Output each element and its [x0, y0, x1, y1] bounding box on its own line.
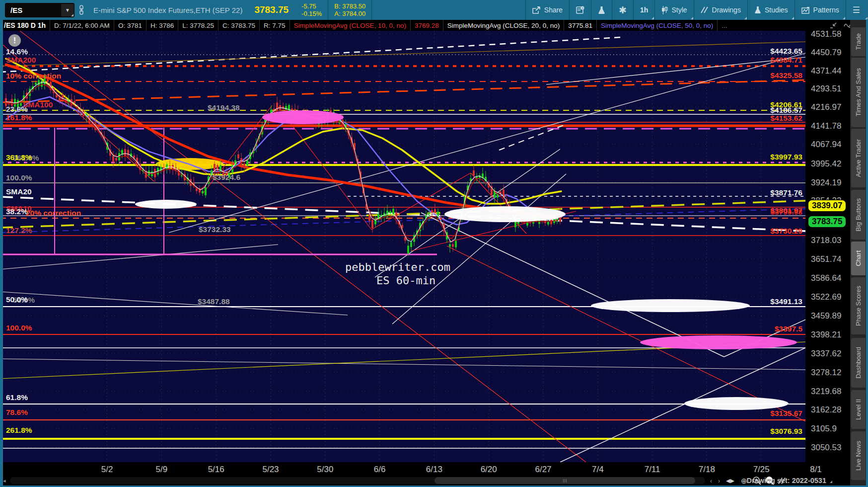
- studies-legend: SimpleMovingAvg (CLOSE, 10, 0, no)3769.2…: [290, 20, 718, 31]
- price-tick-label: 3586.64: [811, 273, 841, 283]
- price-level-label: $4153.62: [770, 114, 802, 122]
- price-tick-label: 3522.69: [811, 292, 841, 302]
- price-bubble: 3839.07: [808, 200, 846, 212]
- fib-level-label: 161.8%: [6, 113, 32, 122]
- ohlc-field: O: 3781: [114, 20, 146, 31]
- fib-level-label: 78.6%: [6, 408, 28, 416]
- watermark-site: pebblewriter.com: [345, 261, 450, 273]
- quote-area: E-mini S&P 500 Index Futures,ETH (SEP 22…: [88, 0, 372, 20]
- price-axis[interactable]: 4531.584450.794371.444293.514216.974141.…: [805, 31, 850, 462]
- economic-data-icon[interactable]: i: [570, 0, 591, 20]
- sidebar-tab-times-and-sales[interactable]: Times And Sales: [851, 58, 866, 127]
- sidebar-tab-phase-scores[interactable]: Phase Scores: [851, 277, 866, 334]
- sidebar-tab-active-trader[interactable]: Active Trader: [851, 129, 866, 187]
- trading-platform-window: /ES ▼ E-mini S&P 500 Index Futures,ETH (…: [0, 0, 868, 487]
- ask-value: A: 3784.00: [334, 10, 365, 17]
- settings-gear-icon[interactable]: ✱: [612, 0, 633, 20]
- scroll-left-edge-icon[interactable]: ◂: [3, 478, 6, 484]
- fib-level-label: SMA200: [6, 56, 36, 64]
- fib-level-label: 50.0%: [6, 295, 28, 304]
- frame-left: [0, 20, 3, 487]
- share-button[interactable]: Share: [526, 0, 569, 20]
- price-tick-label: 4531.58: [811, 29, 841, 39]
- symbol-text: /ES: [5, 6, 61, 14]
- symbol-description: E-mini S&P 500 Index Futures,ETH (SEP 22…: [88, 6, 247, 14]
- date-tick-label: 5/2: [101, 465, 113, 475]
- price-level-label: $3076.93: [770, 427, 802, 435]
- gray-price-label: $3924.6: [213, 173, 240, 181]
- link-chart-icon[interactable]: [74, 0, 88, 20]
- symbol-input[interactable]: /ES ▼: [5, 3, 74, 17]
- price-bubble: 3783.75: [808, 216, 846, 228]
- sidebar-tab-trade[interactable]: Trade: [851, 27, 866, 56]
- fib-level-label: 100.0%: [6, 324, 32, 332]
- price-tick-label: 3219.68: [811, 387, 841, 397]
- price-level-label: $3801.97: [770, 206, 802, 215]
- fib-level-label: 20% correction: [26, 209, 81, 217]
- scroll-step-left-icon[interactable]: ‹: [710, 476, 712, 486]
- ohlc-field: R: 7.75: [260, 20, 290, 31]
- sidebar-tab-big-buttons[interactable]: Big Buttons: [851, 190, 866, 240]
- chart-header: /ES 180 D 1h D: 7/1/22, 6:00 AMO: 3781H:…: [0, 20, 868, 31]
- sidebar-tab-chart[interactable]: Chart: [851, 242, 866, 275]
- timeframe-button[interactable]: 1h: [634, 0, 654, 20]
- patterns-button[interactable]: Patterns: [795, 0, 846, 20]
- fib-level-label: 61.8%: [6, 393, 28, 402]
- price-tick-label: 3278.12: [811, 368, 841, 378]
- sidebar-tab-live-news[interactable]: Live News: [851, 431, 866, 480]
- date-tick-label: 6/27: [535, 465, 551, 475]
- collapse-arrow-icon[interactable]: [830, 22, 837, 28]
- symbol-dropdown-button[interactable]: ▼: [61, 4, 74, 16]
- style-button[interactable]: Style: [655, 0, 693, 20]
- frame-right: [866, 20, 868, 487]
- study-value: 3775.81: [564, 20, 597, 31]
- time-axis[interactable]: 5/25/95/165/235/306/66/136/206/277/47/11…: [0, 462, 805, 476]
- price-tick-label: 4141.78: [811, 121, 841, 131]
- study-legend[interactable]: SimpleMovingAvg (CLOSE, 10, 0, no): [290, 20, 411, 31]
- fib-level-label: 261.8%: [6, 426, 32, 434]
- sidebar-tab-dashboard[interactable]: Dashboard: [851, 338, 866, 388]
- price-level-label: $3135.67: [770, 409, 802, 417]
- analysis-flask-icon[interactable]: [591, 0, 612, 20]
- date-tick-label: 8/1: [810, 465, 822, 475]
- date-tick-label: 6/13: [426, 465, 442, 475]
- date-tick-label: 5/9: [156, 465, 168, 475]
- date-tick-label: 7/4: [592, 465, 604, 475]
- studies-more[interactable]: ...: [718, 20, 731, 31]
- gray-price-label: $3487.88: [198, 297, 230, 306]
- date-tick-label: 5/23: [262, 465, 279, 475]
- gray-price-label: $3732.33: [199, 225, 231, 234]
- sidebar-tab-level-ii[interactable]: Level II: [851, 390, 866, 429]
- gray-price-label: $4194.38: [208, 103, 240, 112]
- fit-width-icon[interactable]: ◀▶: [726, 476, 734, 486]
- price-tick-label: 4067.94: [811, 140, 841, 150]
- fib-level-label: 361.8%: [6, 153, 32, 162]
- price-tick-label: 3398.21: [811, 330, 841, 340]
- price-level-label: $3997.93: [770, 153, 802, 161]
- price-tick-label: 4216.97: [811, 102, 841, 112]
- bid-ask-block: B: 3783.50 A: 3784.00: [328, 2, 371, 17]
- gadget-sidebar: TradeTimes And SalesActive TraderBig But…: [850, 20, 866, 486]
- scroll-step-right-icon[interactable]: ›: [718, 476, 720, 486]
- ohlc-fields: D: 7/1/22, 6:00 AMO: 3781H: 3786L: 3778.…: [50, 20, 290, 31]
- study-legend[interactable]: SimpleMovingAvg (CLOSE, 20, 0, no): [443, 20, 564, 31]
- last-price: 3783.75: [247, 4, 295, 15]
- date-tick-label: 7/25: [753, 465, 770, 475]
- fib-level-label: 14.6%: [6, 47, 28, 56]
- study-legend[interactable]: SimpleMovingAvg (CLOSE, 50, 0, no): [597, 20, 718, 31]
- drawing-set-selector[interactable]: Drawing set: 2022-0531: [747, 477, 826, 485]
- drawing-set-corner-icon: [830, 481, 832, 483]
- fib-level-label: 10% correction: [6, 72, 61, 80]
- price-tick-label: 3337.62: [811, 349, 841, 359]
- price-tick-label: 3105.9: [811, 424, 837, 434]
- drawings-button[interactable]: Drawings: [694, 0, 747, 20]
- studies-button[interactable]: Studies: [748, 0, 795, 20]
- price-tick-label: 3718.03: [811, 236, 841, 245]
- change-block: -5.75 -0.15%: [295, 2, 328, 17]
- menu-hamburger-icon[interactable]: ☰: [846, 0, 868, 20]
- price-chart-canvas[interactable]: pebblewriter.comES 60-min14.6%SMA20010% …: [0, 31, 805, 462]
- horizontal-scrollbar-handle[interactable]: [434, 477, 695, 484]
- fib-level-label: 127.2%: [6, 226, 32, 235]
- alert-warning-icon[interactable]: !: [8, 34, 21, 47]
- price-tick-label: 4450.79: [811, 48, 841, 58]
